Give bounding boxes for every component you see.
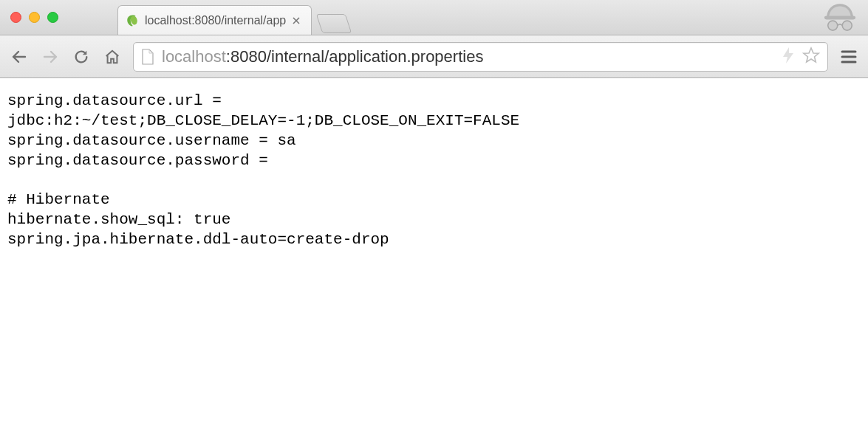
star-icon[interactable] [802, 46, 820, 67]
tab-strip: localhost:8080/internal/app [117, 0, 349, 35]
url-host: localhost [162, 47, 226, 66]
svg-point-1 [842, 21, 852, 30]
leaf-icon [126, 14, 139, 27]
titlebar: localhost:8080/internal/app [0, 0, 868, 35]
close-icon[interactable] [292, 14, 301, 27]
window-minimize-button[interactable] [29, 12, 40, 23]
back-button[interactable] [9, 46, 30, 67]
toolbar: localhost:8080/internal/application.prop… [0, 35, 868, 78]
page-content: spring.datasource.url = jdbc:h2:~/test;D… [0, 78, 868, 263]
reload-button[interactable] [71, 46, 92, 67]
url-path: :8080/internal/application.properties [226, 47, 484, 66]
response-body: spring.datasource.url = jdbc:h2:~/test;D… [7, 92, 861, 250]
incognito-icon [821, 1, 859, 37]
tab-title: localhost:8080/internal/app [145, 14, 286, 27]
bolt-icon [782, 47, 795, 66]
url-text: localhost:8080/internal/application.prop… [162, 47, 774, 66]
forward-button[interactable] [40, 46, 61, 67]
svg-point-0 [828, 21, 838, 30]
window-controls [10, 12, 58, 23]
menu-button[interactable] [838, 46, 859, 67]
address-bar[interactable]: localhost:8080/internal/application.prop… [133, 42, 828, 72]
window-maximize-button[interactable] [47, 12, 58, 23]
file-icon [141, 49, 154, 65]
new-tab-button[interactable] [316, 14, 352, 33]
home-button[interactable] [102, 46, 123, 67]
window-close-button[interactable] [10, 12, 21, 23]
browser-tab[interactable]: localhost:8080/internal/app [117, 5, 312, 35]
